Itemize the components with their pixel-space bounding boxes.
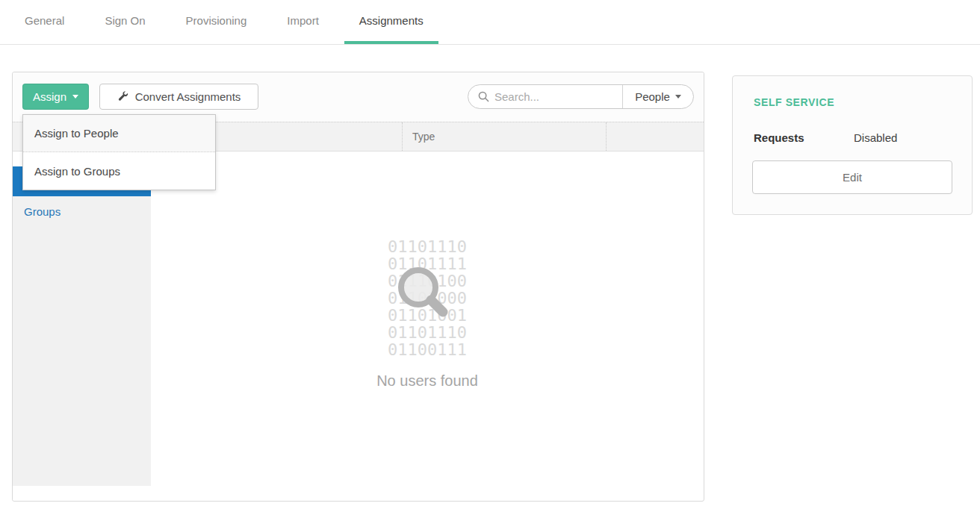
- search-scope-label: People: [635, 90, 670, 103]
- assignments-body: People Groups 01101110 01101111 01110100…: [13, 152, 704, 501]
- menu-item-assign-to-people[interactable]: Assign to People: [23, 115, 215, 152]
- caret-down-icon: [72, 95, 78, 99]
- binary-line: 01101110: [151, 238, 704, 255]
- caret-down-icon: [675, 95, 681, 99]
- wrench-icon: [117, 91, 128, 102]
- column-header-actions[interactable]: [606, 122, 704, 151]
- assign-dropdown-menu: Assign to People Assign to Groups: [22, 114, 216, 190]
- empty-state-message: No users found: [151, 372, 704, 390]
- convert-assignments-button[interactable]: Convert Assignments: [99, 84, 258, 110]
- tab-provisioning[interactable]: Provisioning: [171, 0, 262, 44]
- self-service-panel: SELF SERVICE Requests Disabled Edit: [732, 75, 973, 215]
- empty-state: 01101110 01101111 01110100 01101000 0110…: [151, 152, 704, 501]
- sidebar-background: Groups: [13, 196, 151, 486]
- sidebar-item-groups[interactable]: Groups: [13, 196, 151, 226]
- column-header-type[interactable]: Type: [402, 122, 606, 151]
- tab-general[interactable]: General: [10, 0, 79, 44]
- search-input[interactable]: [494, 90, 607, 103]
- requests-label: Requests: [754, 131, 804, 144]
- edit-button[interactable]: Edit: [752, 160, 952, 194]
- self-service-title: SELF SERVICE: [754, 96, 834, 108]
- binary-line: 01100111: [151, 341, 704, 358]
- app-tabs-bar: General Sign On Provisioning Import Assi…: [0, 0, 980, 45]
- assignments-sidebar: People Groups: [13, 152, 151, 501]
- search-group: People: [468, 84, 694, 109]
- tab-sign-on[interactable]: Sign On: [90, 0, 160, 44]
- magnifier-icon: [387, 257, 459, 329]
- assign-button[interactable]: Assign: [22, 84, 89, 110]
- search-box[interactable]: [468, 85, 622, 108]
- assign-button-label: Assign: [33, 90, 66, 103]
- menu-item-assign-to-groups[interactable]: Assign to Groups: [23, 152, 215, 190]
- convert-assignments-label: Convert Assignments: [135, 90, 241, 103]
- tab-import[interactable]: Import: [272, 0, 334, 44]
- search-icon: [478, 91, 489, 102]
- tab-assignments[interactable]: Assignments: [344, 0, 438, 44]
- search-scope-select[interactable]: People: [622, 85, 693, 108]
- requests-status-value: Disabled: [854, 131, 897, 144]
